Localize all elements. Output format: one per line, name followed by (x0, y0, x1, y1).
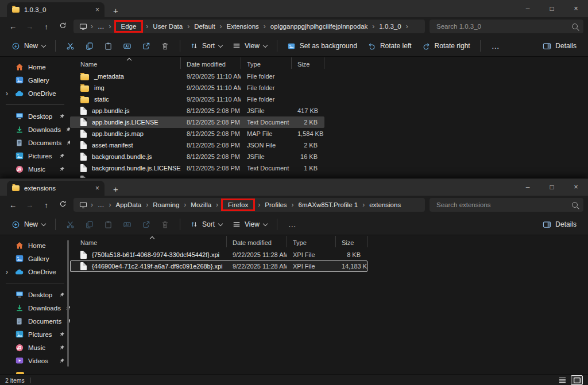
set-as-background-button[interactable]: Set as background (283, 39, 362, 53)
column-header-type[interactable]: Type (241, 57, 292, 69)
sidebar-item-documents[interactable]: Documents (0, 136, 70, 149)
forward-icon[interactable]: → (21, 201, 38, 209)
breadcrumb-item[interactable]: Roaming (150, 200, 182, 209)
sort-button[interactable]: Sort (185, 39, 227, 53)
sidebar-item-videos[interactable]: Videos (0, 354, 70, 367)
details-button[interactable]: Details (538, 39, 581, 53)
file-row[interactable]: background.bundle.js.LICENSE8/12/2025 2:… (70, 162, 324, 174)
chevron-expand-icon[interactable]: › (6, 90, 8, 98)
sidebar-item-gallery[interactable]: Gallery (0, 252, 70, 265)
column-header-size[interactable]: Size (292, 57, 324, 69)
tab-1-0-3-0[interactable]: 1.0.3_0 × (7, 2, 105, 17)
breadcrumb-item[interactable]: Default (191, 22, 218, 31)
breadcrumb-item[interactable]: oplgganppgjhpihgciiifejplnnpodak (268, 22, 370, 31)
sidebar-item-downloads[interactable]: Downloads (0, 123, 70, 136)
sidebar-item-gallery[interactable]: Gallery (0, 73, 70, 87)
file-row[interactable]: {446900e4-71c2-419f-a6a7-df9c091e268b}.x… (70, 260, 368, 272)
rename-icon[interactable] (118, 39, 137, 53)
share-icon[interactable] (137, 39, 156, 53)
sidebar-item-pictures[interactable]: Pictures (0, 149, 70, 162)
column-header-name[interactable]: Name (75, 57, 181, 69)
maximize-icon[interactable]: □ (540, 178, 564, 196)
column-header-date-modified[interactable]: Date modified (227, 236, 287, 247)
sidebar-item-home[interactable]: Home (0, 239, 70, 252)
file-row[interactable]: img9/20/2025 11:10 AMFile folder (70, 82, 324, 94)
share-icon[interactable] (137, 217, 156, 232)
new-button[interactable]: New (7, 39, 50, 53)
new-tab-button[interactable]: + (113, 185, 118, 193)
file-row[interactable] (70, 174, 181, 178)
search-input[interactable] (435, 22, 568, 30)
rotate-left-button[interactable]: Rotate left (363, 39, 416, 53)
more-options-icon[interactable]: … (486, 41, 506, 50)
file-row[interactable]: {750fa518-b61f-4068-9974-330dcf45442f}.x… (70, 249, 368, 260)
column-header-size[interactable]: Size (336, 236, 368, 247)
sidebar-item-music[interactable]: Music (0, 341, 70, 354)
sidebar-item-music[interactable]: Music (0, 162, 70, 176)
sidebar-item-pictures[interactable]: Pictures (0, 328, 70, 341)
breadcrumb-item[interactable]: User Data (150, 22, 185, 31)
up-icon[interactable]: ↑ (38, 22, 55, 31)
column-header-date-modified[interactable]: Date modified (181, 57, 241, 69)
column-header-name[interactable]: Name (75, 236, 227, 247)
copy-icon[interactable] (80, 39, 99, 53)
file-row[interactable]: app.bundle.js8/12/2025 2:08 PMJSFile417 … (70, 105, 324, 116)
details-button[interactable]: Details (538, 217, 581, 232)
chevron-expand-icon[interactable]: › (6, 268, 8, 276)
back-icon[interactable]: ← (5, 201, 21, 209)
copy-icon[interactable] (80, 217, 99, 232)
breadcrumb-item[interactable]: Firefox (221, 199, 255, 211)
refresh-icon[interactable] (55, 200, 71, 209)
delete-icon[interactable] (156, 39, 175, 53)
sidebar-item-onedrive[interactable]: ›OneDrive (0, 265, 70, 278)
file-row[interactable]: _metadata9/20/2025 11:10 AMFile folder (70, 71, 324, 82)
sidebar-item-home[interactable]: Home (0, 60, 70, 73)
file-row[interactable]: background.bundle.js8/12/2025 2:08 PMJSF… (70, 151, 324, 162)
cut-icon[interactable] (61, 217, 80, 232)
breadcrumb-item[interactable]: 1.0.3_0 (376, 22, 404, 31)
rename-icon[interactable] (118, 217, 137, 232)
forward-icon[interactable]: → (21, 22, 38, 31)
new-tab-button[interactable]: + (113, 6, 118, 15)
new-button[interactable]: New (7, 217, 50, 232)
sidebar-item-downloads[interactable]: Downloads (0, 301, 70, 314)
breadcrumb-item[interactable]: Profiles (262, 200, 289, 209)
breadcrumb-item[interactable]: Mozilla (188, 200, 214, 209)
up-icon[interactable]: ↑ (38, 201, 55, 209)
view-button[interactable]: View (228, 217, 272, 231)
view-button[interactable]: View (228, 39, 272, 53)
paste-icon[interactable] (99, 217, 118, 232)
refresh-icon[interactable] (55, 22, 71, 31)
breadcrumb-overflow[interactable]: … (95, 200, 107, 209)
cut-icon[interactable] (61, 39, 80, 53)
column-header-type[interactable]: Type (287, 236, 336, 247)
sidebar-scrollbar[interactable] (67, 240, 69, 367)
sidebar-item-desktop[interactable]: Desktop (0, 288, 70, 301)
back-icon[interactable]: ← (5, 22, 21, 31)
maximize-icon[interactable]: □ (540, 0, 564, 17)
sort-button[interactable]: Sort (185, 217, 227, 231)
search-icon[interactable] (572, 24, 578, 29)
delete-icon[interactable] (156, 217, 175, 232)
sidebar-item-onedrive[interactable]: ›OneDrive (0, 87, 70, 100)
file-row[interactable]: app.bundle.js.LICENSE8/12/2025 2:08 PMTe… (70, 116, 324, 128)
minimize-icon[interactable]: – (516, 178, 540, 196)
search-box[interactable] (430, 198, 583, 212)
rotate-right-button[interactable]: Rotate right (417, 39, 475, 53)
breadcrumb-item[interactable]: extensions (366, 200, 404, 209)
breadcrumb-item[interactable]: 6mAXw85T.Profile 1 (296, 200, 361, 209)
more-options-icon[interactable]: … (283, 220, 303, 229)
close-icon[interactable]: × (564, 178, 588, 196)
sidebar-item-documents[interactable]: Documents (0, 314, 70, 328)
tab-close-icon[interactable]: × (95, 6, 99, 13)
this-pc-icon[interactable] (79, 201, 87, 209)
tab-extensions[interactable]: extensions × (7, 181, 105, 196)
search-box[interactable] (430, 20, 583, 33)
tab-close-icon[interactable]: × (95, 185, 99, 192)
close-icon[interactable]: × (564, 0, 588, 17)
search-input[interactable] (435, 201, 568, 209)
sidebar-item-desktop[interactable]: Desktop (0, 110, 70, 123)
large-icons-view-icon[interactable] (571, 375, 583, 385)
breadcrumb-overflow[interactable]: … (95, 22, 107, 31)
details-view-icon[interactable] (557, 376, 568, 384)
